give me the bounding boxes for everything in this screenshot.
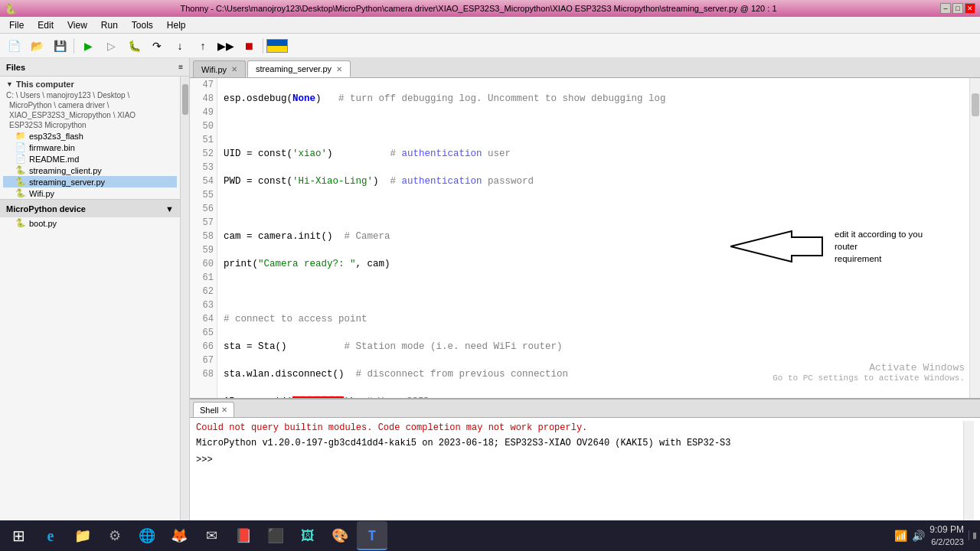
shell-line-1: Could not query builtin modules. Code co… — [196, 421, 963, 435]
tree-firmware-bin[interactable]: 📄 firmware.bin — [3, 142, 177, 153]
taskbar-firefox[interactable]: 🦊 — [164, 521, 194, 550]
resume-button[interactable]: ▶▶ — [215, 36, 237, 56]
titlebar-title: Thonny - C:\Users\manojroy123\Desktop\Mi… — [17, 4, 940, 13]
path-item4[interactable]: ESP32S3 Micropython — [3, 120, 177, 130]
tab-streaming-server-label: streaming_server.py — [256, 64, 332, 73]
shell-text: Could not query builtin modules. Code co… — [196, 421, 963, 525]
step-over-button[interactable]: ↷ — [146, 36, 168, 56]
shell-content[interactable]: Could not query builtin modules. Code co… — [190, 418, 980, 528]
close-button[interactable]: ✕ — [965, 3, 975, 14]
titlebar-controls: – □ ✕ — [940, 3, 975, 14]
path-item2[interactable]: MicroPython \ camera driver \ — [3, 100, 177, 110]
menu-help[interactable]: Help — [161, 18, 192, 32]
ukraine-flag — [266, 39, 288, 53]
arrow-svg — [730, 230, 830, 263]
taskbar-app6[interactable]: ⬛ — [260, 521, 291, 550]
file-panel: Files ≡ ▼ This computer C: \ Users \ man… — [0, 58, 190, 528]
annotation-text: edit it according to you routerrequireme… — [835, 228, 942, 265]
shell-tab-label: Shell — [200, 406, 218, 415]
open-button[interactable]: 📂 — [26, 36, 47, 56]
minimize-button[interactable]: – — [940, 3, 951, 14]
toolbar-sep2 — [263, 38, 263, 54]
micropython-section[interactable]: MicroPython device ▼ — [0, 199, 180, 217]
show-desktop[interactable]: ▮ — [969, 530, 977, 540]
this-computer-section[interactable]: ▼ This computer — [0, 77, 180, 90]
path-item[interactable]: C: \ Users \ manojroy123 \ Desktop \ — [3, 90, 177, 100]
taskbar-edge[interactable]: 🌐 — [132, 521, 162, 550]
tree-esp32s3-flash[interactable]: 📁 esp32s3_flash — [3, 130, 177, 142]
code-editor[interactable]: 4748495051 5253545556 5758596061 6263646… — [190, 78, 980, 398]
menu-tools[interactable]: Tools — [126, 18, 159, 32]
new-button[interactable]: 📄 — [3, 36, 24, 56]
tree-streaming-server[interactable]: 🐍 streaming_server.py — [3, 176, 177, 187]
taskbar-settings[interactable]: ⚙ — [100, 521, 130, 550]
step-out-button[interactable]: ↑ — [192, 36, 214, 56]
titlebar: 🐍 Thonny - C:\Users\manojroy123\Desktop\… — [0, 0, 980, 17]
taskbar-ie[interactable]: e — [35, 521, 66, 550]
taskbar-paint[interactable]: 🎨 — [325, 521, 355, 550]
taskbar-explorer[interactable]: 📁 — [67, 521, 98, 550]
code-line-56: sta = Sta() # Station mode (i.e. need Wi… — [224, 340, 963, 354]
scrollbar-thumb — [972, 93, 979, 116]
volume-icon[interactable]: 🔊 — [912, 530, 925, 542]
time-display: 9:09 PM — [929, 524, 964, 536]
menu-view[interactable]: View — [61, 18, 93, 32]
micropython-section-label: MicroPython device — [6, 204, 86, 214]
shell-line-2: MicroPython v1.20.0-197-gb3cd41dd4-kaki5… — [196, 436, 963, 450]
step-into-button[interactable]: ↓ — [169, 36, 191, 56]
tab-wifi[interactable]: Wifi.py ✕ — [193, 60, 246, 77]
taskbar-acrobat[interactable]: 📕 — [228, 521, 259, 550]
tab-streaming-server-close[interactable]: ✕ — [336, 65, 342, 73]
this-computer-tree: C: \ Users \ manojroy123 \ Desktop \ Mic… — [0, 90, 180, 199]
start-button[interactable]: ⊞ — [3, 521, 34, 550]
python-icon: 🐍 — [15, 218, 26, 228]
code-line-55: # connect to access point — [224, 312, 963, 326]
taskbar-left: ⊞ e 📁 ⚙ 🌐 🦊 ✉ 📕 ⬛ 🖼 🎨 T — [3, 521, 387, 550]
tree-readme[interactable]: 📄 README.md — [3, 153, 177, 165]
tab-shell[interactable]: Shell ✕ — [193, 402, 234, 417]
code-line-48 — [224, 119, 963, 133]
collapse-arrow: ▼ — [165, 204, 174, 214]
tree-item-label: firmware.bin — [29, 143, 75, 152]
shell-scrollbar[interactable] — [963, 421, 974, 525]
maximize-button[interactable]: □ — [952, 3, 963, 14]
taskbar-right: 📶 🔊 9:09 PM 6/2/2023 ▮ — [894, 524, 977, 547]
editor-area: Wifi.py ✕ streaming_server.py ✕ 47484950… — [190, 58, 980, 528]
toolbar: 📄 📂 💾 ▶ ▷ 🐛 ↷ ↓ ↑ ▶▶ ⏹ — [0, 34, 980, 58]
taskbar: ⊞ e 📁 ⚙ 🌐 🦊 ✉ 📕 ⬛ 🖼 🎨 T 📶 🔊 9:09 PM 6/2/… — [0, 520, 980, 551]
code-line-54 — [224, 285, 963, 298]
code-line-57: sta.wlan.disconnect() # disconnect from … — [224, 367, 963, 381]
tree-boot[interactable]: 🐍 boot.py — [3, 217, 177, 229]
file-panel-scrollbar[interactable] — [180, 77, 189, 528]
editor-scrollbar[interactable] — [969, 78, 980, 398]
clock: 9:09 PM 6/2/2023 — [929, 524, 964, 547]
tab-streaming-server[interactable]: streaming_server.py ✕ — [247, 60, 351, 77]
taskbar-mail[interactable]: ✉ — [196, 521, 227, 550]
code-line-49: UID = const('xiao') # authentication use… — [224, 147, 963, 161]
titlebar-left: 🐍 — [5, 3, 17, 15]
menu-run[interactable]: Run — [95, 18, 124, 32]
svg-marker-0 — [730, 231, 822, 262]
files-menu[interactable]: ≡ — [178, 63, 183, 71]
date-display: 6/2/2023 — [929, 536, 964, 547]
micropython-tree: 🐍 boot.py — [0, 217, 180, 229]
folder-icon: 📁 — [15, 131, 26, 141]
save-button[interactable]: 💾 — [49, 36, 70, 56]
file-icon: 📄 — [15, 142, 26, 152]
tree-streaming-client[interactable]: 🐍 streaming_client.py — [3, 165, 177, 176]
shell-prompt: >>> — [196, 453, 963, 467]
taskbar-photos[interactable]: 🖼 — [292, 521, 323, 550]
path-item3[interactable]: XIAO_ESP32S3_Micropython \ XIAO — [3, 110, 177, 120]
tab-wifi-close[interactable]: ✕ — [231, 65, 237, 73]
shell-tab-close[interactable]: ✕ — [221, 406, 227, 414]
menu-edit[interactable]: Edit — [31, 18, 60, 32]
run-button[interactable]: ▶ — [77, 36, 99, 56]
network-icon[interactable]: 📶 — [894, 530, 907, 542]
taskbar-thonny[interactable]: T — [357, 521, 387, 550]
stop-button[interactable]: ⏹ — [238, 36, 260, 56]
run-current-button[interactable]: ▷ — [100, 36, 122, 56]
files-label: Files — [6, 63, 25, 72]
menu-file[interactable]: File — [3, 18, 30, 32]
debug-button[interactable]: 🐛 — [123, 36, 145, 56]
tree-wifi[interactable]: 🐍 Wifi.py — [3, 187, 177, 199]
